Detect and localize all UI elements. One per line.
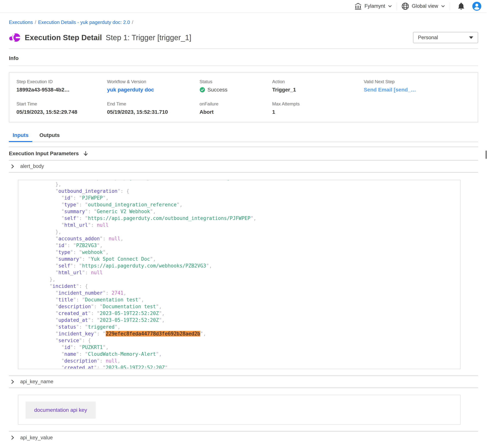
select-arrow-icon: [469, 36, 473, 39]
page-title: Execution Step Detail: [25, 33, 102, 42]
globe-icon: [401, 2, 409, 10]
status-badge: Success: [200, 87, 272, 93]
tab-inputs[interactable]: Inputs: [9, 130, 32, 142]
view-label: Global view: [412, 3, 438, 9]
api-key-chip[interactable]: documentation api key: [25, 402, 96, 419]
scope-select[interactable]: Personal: [413, 32, 478, 43]
field-label: Status: [200, 79, 272, 84]
code-line: "html_url": null: [26, 222, 453, 228]
code-line: "title": "Documentation test",: [26, 296, 453, 303]
chevron-right-icon: [10, 379, 15, 385]
field-label: Step Execution ID: [16, 79, 107, 84]
breadcrumb-execution-details[interactable]: Execution Details - yuk pagerduty doc: 2…: [38, 19, 130, 25]
scrollbar-thumb[interactable]: [486, 151, 487, 159]
code-line: "created_at": "2023-05-19T22:52:20Z",: [26, 310, 453, 317]
chevron-down-icon: [440, 4, 446, 9]
params-heading: Execution Input Parameters: [9, 151, 79, 157]
breadcrumb-separator: /: [130, 19, 135, 25]
tab-bar: Inputs Outputs: [9, 130, 478, 142]
divider: [9, 66, 478, 66]
field-workflow-version: Workflow & Version yuk pagerduty doc: [107, 79, 200, 93]
code-line: "status": "triggered",: [26, 323, 453, 330]
code-line: "type": "outbound_integration_reference"…: [26, 201, 453, 208]
execution-input-parameters-header: Execution Input Parameters: [9, 147, 478, 160]
info-card: Step Execution ID 18992a43-9538-4b2… Wor…: [9, 72, 478, 122]
code-line: "outbound_integration": {: [26, 188, 453, 194]
field-onfailure: onFailure Abort: [200, 101, 272, 115]
code-line: "service": {: [26, 337, 453, 344]
account-switcher[interactable]: Fylamynt: [350, 2, 397, 10]
status-text: Success: [207, 87, 227, 93]
chevron-right-icon: [10, 435, 15, 440]
bank-icon: [354, 2, 362, 10]
section-api-key-name[interactable]: api_key_name: [9, 376, 478, 388]
code-line: "html_url": null: [26, 269, 453, 276]
section-api-key-value[interactable]: api_key_value: [9, 432, 478, 444]
field-value: 05/19/2023, 15:52:29.748: [16, 109, 107, 115]
code-line: "created_at": "2023-05-19T22:52:20Z": [26, 364, 453, 369]
workflow-link[interactable]: yuk pagerduty doc: [107, 87, 200, 93]
field-label: Max Attempts: [272, 101, 364, 107]
field-max-attempts: Max Attempts 1: [272, 101, 364, 115]
user-avatar-button[interactable]: [472, 1, 482, 11]
code-line: "incident_key": "229efec8feda44778d3fe69…: [26, 330, 453, 337]
field-end-time: End Time 05/19/2023, 15:52:31.710: [107, 101, 200, 115]
code-line: "self": "https://api.pagerduty.com/outbo…: [26, 215, 453, 222]
scope-select-value: Personal: [418, 35, 469, 40]
code-line: "incident": {: [26, 283, 453, 289]
divider: [9, 48, 478, 49]
field-start-time: Start Time 05/19/2023, 15:52:29.748: [16, 101, 107, 115]
info-heading: Info: [9, 55, 478, 62]
success-check-icon: [200, 87, 205, 93]
breadcrumb-executions[interactable]: Executions: [9, 19, 33, 25]
workflow-logo-icon: [9, 32, 21, 43]
code-line: "self": "https://api.pagerduty.com/webho…: [26, 262, 453, 269]
breadcrumb: Executions/Execution Details - yuk pager…: [9, 19, 478, 25]
code-line: "id": "PUZKRT1",: [26, 344, 453, 351]
code-line: "summary": "Generic V2 Webhook",: [26, 208, 453, 215]
chevron-right-icon: [10, 164, 15, 169]
next-step-link[interactable]: Send Email [send_…: [364, 87, 478, 93]
field-label: Action: [272, 79, 364, 84]
field-label: End Time: [107, 101, 200, 107]
code-line: },: [26, 181, 453, 188]
field-value: Trigger_1: [272, 87, 364, 93]
code-line: "incident_number": 2741,: [26, 289, 453, 296]
code-line: "type": "webhook",: [26, 249, 453, 256]
field-label: Start Time: [16, 101, 107, 107]
code-line: },: [26, 228, 453, 235]
section-alert-body[interactable]: alert_body: [9, 160, 478, 173]
code-content: "self": "https://api.pagerduty.com/servi…: [18, 180, 460, 369]
view-switcher[interactable]: Global view: [397, 2, 450, 10]
field-label: Valid Next Step: [364, 79, 478, 84]
code-line: },: [26, 276, 453, 283]
tab-outputs[interactable]: Outputs: [36, 130, 64, 142]
bell-icon: [457, 2, 465, 11]
page-subtitle: Step 1: Trigger [trigger_1]: [106, 33, 191, 42]
title-row: Execution Step Detail Step 1: Trigger [t…: [9, 31, 478, 44]
field-value: 18992a43-9538-4b2…: [16, 87, 107, 93]
field-step-execution-id: Step Execution ID 18992a43-9538-4b2…: [16, 79, 107, 93]
arrow-down-icon[interactable]: [82, 150, 89, 157]
code-line: "description": "Documentation test",: [26, 303, 453, 310]
code-line: "name": "CloudWatch-Memory-Alert",: [26, 351, 453, 358]
code-line: "id": "PZB2VG3",: [26, 242, 453, 249]
section-label: api_key_name: [20, 379, 53, 385]
field-label: Workflow & Version: [107, 79, 200, 84]
field-label: onFailure: [200, 101, 272, 107]
code-line: "summary": "Yuk Spot Connect Doc",: [26, 256, 453, 262]
field-value: Abort: [200, 109, 272, 115]
notifications-button[interactable]: [457, 2, 465, 11]
code-line: "updated_at": "2023-05-19T22:52:20Z",: [26, 317, 453, 323]
alert-body-code-block[interactable]: "self": "https://api.pagerduty.com/servi…: [18, 180, 461, 369]
code-line: "description": null,: [26, 358, 453, 364]
user-avatar-icon: [472, 1, 482, 11]
account-label: Fylamynt: [365, 3, 385, 9]
code-line: "accounts_addon": null,: [26, 235, 453, 242]
code-line: "id": "PJFWPEP",: [26, 194, 453, 201]
field-value: 05/19/2023, 15:52:31.710: [107, 109, 200, 115]
field-valid-next-step: Valid Next Step Send Email [send_…: [364, 79, 478, 93]
field-action: Action Trigger_1: [272, 79, 364, 93]
section-label: alert_body: [20, 163, 44, 169]
field-status: Status Success: [200, 79, 272, 93]
